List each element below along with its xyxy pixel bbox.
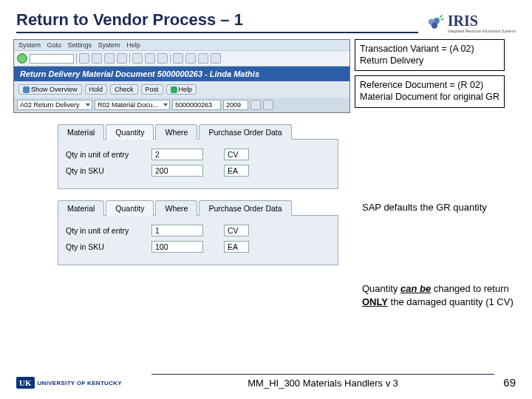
menu-system[interactable]: System [18, 41, 41, 49]
qty-sku-field[interactable]: 200 [151, 165, 203, 177]
firstpage-icon[interactable] [173, 53, 183, 64]
cancel-icon[interactable] [117, 53, 127, 64]
sap-menubar: System Goto Settings System Help [14, 40, 349, 50]
overview-icon [23, 86, 30, 93]
menu-system2[interactable]: System [98, 41, 120, 49]
hold-button[interactable]: Hold [85, 84, 108, 95]
tab-material[interactable]: Material [58, 124, 104, 140]
qty-sku-field[interactable]: 100 [151, 241, 203, 253]
show-overview-button[interactable]: Show Overview [18, 84, 82, 95]
footer: UK UNIVERSITY OF KENTUCKY MM_HI_300 Mate… [0, 374, 532, 389]
year-field[interactable]: 2009 [223, 100, 248, 110]
execute-icon[interactable] [250, 100, 261, 110]
svg-point-2 [432, 22, 437, 28]
logo-text: IRIS [448, 13, 516, 30]
callout-transaction-variant: Transaction Variant = (A 02) Return Deli… [355, 39, 505, 71]
sap-toolbar [14, 50, 349, 66]
qty-entry-field[interactable]: 2 [151, 149, 203, 160]
callout-reference-document: Reference Document = (R 02) Material Doc… [355, 75, 505, 107]
transaction-variant-select[interactable]: A02 Return Delivery [17, 100, 92, 110]
slide-title: Return to Vendor Process – 1 [16, 10, 418, 33]
quantity-panel-2: Material Quantity Where Purchase Order D… [58, 200, 338, 265]
doc-number-field[interactable]: 5000000263 [172, 100, 221, 110]
check-button[interactable]: Check [110, 84, 138, 95]
nextpage-icon[interactable] [198, 53, 208, 64]
iris-logo: IRIS Integrated Resource Information Sys… [424, 13, 516, 33]
unit-entry-field[interactable]: CV [224, 149, 249, 160]
post-button[interactable]: Post [141, 84, 163, 95]
back-icon[interactable] [92, 53, 102, 64]
info-icon [171, 86, 177, 93]
note-default-qty: SAP defaults the GR quantity [362, 201, 517, 214]
uk-badge: UK [16, 377, 35, 389]
save-icon[interactable] [79, 53, 89, 64]
reference-doc-select[interactable]: R02 Material Docu... [95, 100, 170, 110]
tab-where[interactable]: Where [155, 200, 197, 216]
menu-settings[interactable]: Settings [68, 41, 92, 49]
footer-center: MM_HI_300 Materials Handlers v 3 [151, 374, 494, 389]
tabs: Material Quantity Where Purchase Order D… [58, 123, 338, 140]
toolbar-separator [76, 53, 77, 64]
qty-entry-field[interactable]: 1 [151, 225, 203, 236]
ok-icon[interactable] [17, 53, 27, 64]
slide-header: Return to Vendor Process – 1 IRIS Integr… [0, 0, 532, 33]
lastpage-icon[interactable] [211, 53, 221, 64]
qty-sku-label: Qty in SKU [66, 242, 147, 251]
logo-subtitle: Integrated Resource Information Systems [448, 30, 516, 33]
callout-line: Transaction Variant = (A 02) [360, 44, 499, 55]
prevpage-icon[interactable] [185, 53, 196, 64]
toolbar-separator [129, 53, 130, 64]
qty-entry-label: Qty in unit of entry [66, 150, 147, 159]
sap-window: System Goto Settings System Help [13, 39, 350, 113]
tabs: Material Quantity Where Purchase Order D… [58, 200, 338, 216]
menu-goto[interactable]: Goto [47, 41, 62, 49]
help-button[interactable]: Help [166, 84, 197, 95]
note-change-qty: Quantity can be changed to return ONLY t… [362, 282, 517, 308]
page-number: 69 [503, 376, 516, 389]
qty-sku-label: Qty in SKU [66, 166, 147, 175]
findnext-icon[interactable] [157, 53, 168, 64]
callout-line: Return Delivery [360, 55, 499, 67]
find-icon[interactable] [145, 53, 155, 64]
unit-sku-field[interactable]: EA [224, 241, 249, 253]
tab-where[interactable]: Where [155, 124, 197, 140]
qty-entry-label: Qty in unit of entry [66, 226, 147, 235]
help-icon[interactable] [263, 100, 273, 110]
tab-material[interactable]: Material [58, 200, 104, 216]
uk-logo: UK UNIVERSITY OF KENTUCKY [16, 377, 122, 389]
unit-entry-field[interactable]: CV [224, 225, 249, 236]
command-field[interactable] [30, 54, 74, 64]
callout-line: Material Document for original GR [360, 92, 499, 103]
sap-titlebar: Return Delivery Material Document 500000… [14, 66, 349, 81]
sap-appbar: Show Overview Hold Check Post Help [14, 81, 349, 98]
print-icon[interactable] [132, 53, 143, 64]
toolbar-separator [170, 53, 171, 64]
tab-quantity[interactable]: Quantity [106, 124, 154, 140]
callout-line: Reference Document = (R 02) [360, 80, 499, 92]
unit-sku-field[interactable]: EA [224, 165, 249, 177]
exit-icon[interactable] [104, 53, 115, 64]
tab-quantity[interactable]: Quantity [106, 200, 154, 216]
tab-po-data[interactable]: Purchase Order Data [199, 124, 291, 140]
uk-text: UNIVERSITY OF KENTUCKY [38, 380, 122, 386]
tab-po-data[interactable]: Purchase Order Data [199, 200, 291, 216]
quantity-panel-1: Material Quantity Where Purchase Order D… [58, 123, 338, 189]
menu-help[interactable]: Help [126, 41, 140, 49]
sap-filterbar: A02 Return Delivery R02 Material Docu...… [14, 98, 349, 112]
